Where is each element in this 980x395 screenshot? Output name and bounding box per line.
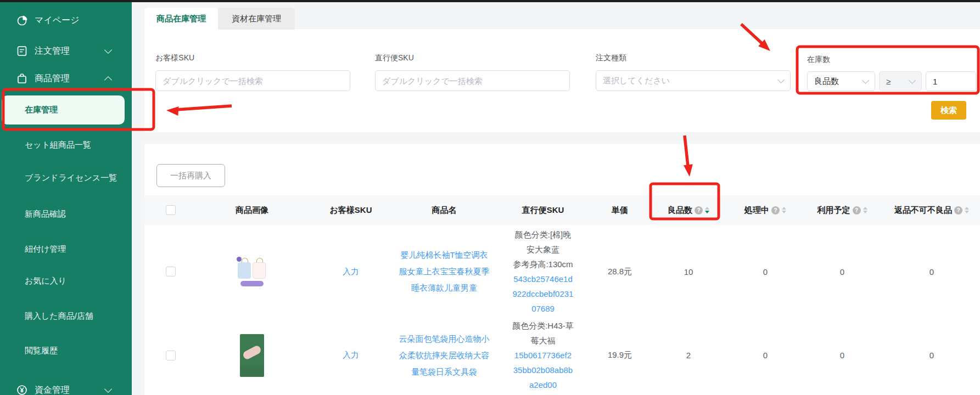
processing-qty-cell: 0	[730, 225, 801, 318]
pie-chart-icon	[16, 14, 28, 26]
stock-metric-select[interactable]: 良品数	[807, 71, 875, 91]
sidebar-item-products[interactable]: 商品管理	[0, 70, 132, 87]
help-icon[interactable]: ?	[771, 206, 780, 215]
sort-control[interactable]	[863, 207, 867, 213]
chevron-down-icon	[909, 77, 916, 84]
input-link-cell: 入力	[307, 318, 395, 392]
sidebar-item-label: 新商品確認	[25, 209, 66, 219]
sidebar-item-new-product-check[interactable]: 新商品確認	[0, 206, 132, 222]
tab-label: 商品在庫管理	[156, 14, 206, 24]
sidebar-item-set-products[interactable]: セット組商品一覧	[0, 137, 132, 153]
sidebar-item-orders[interactable]: 注文管理	[0, 43, 132, 59]
good-qty-cell: 10	[647, 225, 730, 318]
tab-label: 資材在庫管理	[232, 14, 281, 24]
product-name-link[interactable]: 云朵面包笔袋用心造物小众柔软抗摔夹层收纳大容量笔袋日系文具袋	[399, 331, 490, 380]
header-unit-price: 単価	[592, 195, 647, 225]
defective-qty-cell: 0	[883, 225, 980, 318]
sidebar-item-label: ブランドライセンス一覧	[25, 173, 117, 183]
product-image-cell	[197, 318, 307, 392]
sidebar: マイページ 注文管理 商品管理 在庫管理 セット組商品一覧 ブランドライセンス一…	[0, 2, 132, 395]
sku-id-link[interactable]: 543cb25746e1d922dccbebf023107689	[513, 272, 574, 316]
sort-control[interactable]	[782, 207, 786, 213]
chevron-down-icon	[104, 46, 112, 54]
tab-product-inventory[interactable]: 商品在庫管理	[144, 8, 218, 30]
bulk-repurchase-button[interactable]: 一括再購入	[156, 164, 225, 187]
product-image[interactable]	[237, 257, 267, 286]
header-processing: 処理中 ?	[730, 195, 801, 225]
sidebar-item-label: 在庫管理	[25, 105, 58, 115]
sku-attribute: 莓大福	[512, 333, 574, 348]
product-name-cell: 婴儿纯棉长袖T恤空调衣服女童上衣宝宝春秋夏季睡衣薄款儿童男童	[395, 225, 494, 318]
table-row-checkbox	[144, 225, 197, 318]
sort-control[interactable]	[705, 207, 709, 213]
row-checkbox[interactable]	[166, 267, 176, 276]
sidebar-item-label: お気に入り	[25, 276, 66, 286]
sku-id-link[interactable]: 15b0617736ef235bb02b08ab8ba2ed00	[512, 348, 574, 392]
reserved-qty-cell: 0	[801, 318, 883, 392]
chevron-down-icon	[777, 76, 785, 83]
unit-price-cell: 19.9元	[592, 318, 647, 392]
product-image-cell	[197, 225, 307, 318]
product-name-link[interactable]: 婴儿纯棉长袖T恤空调衣服女童上衣宝宝春秋夏季睡衣薄款儿童男童	[399, 247, 490, 296]
order-type-placeholder: 選択してください	[603, 76, 670, 86]
stock-operator-select[interactable]: ≥	[879, 71, 922, 91]
inventory-table: 商品画像 お客様SKU 商品名 直行便SKU 単価 良品数 ? 処理中 ? 利用…	[144, 195, 980, 392]
input-link-cell: 入力	[307, 225, 395, 318]
chokkobin-sku-label: 直行便SKU	[375, 53, 414, 63]
header-product-image: 商品画像	[197, 195, 307, 225]
table-row-checkbox	[144, 318, 197, 392]
sidebar-item-label: 閲覧履歴	[25, 346, 58, 356]
order-type-select[interactable]: 選択してください	[596, 70, 791, 91]
row-checkbox[interactable]	[166, 351, 176, 360]
stock-qty-input[interactable]	[926, 71, 976, 91]
stock-metric-value: 良品数	[814, 76, 839, 87]
inventory-management-page: マイページ 注文管理 商品管理 在庫管理 セット組商品一覧 ブランドライセンス一…	[0, 0, 980, 395]
input-link[interactable]: 入力	[343, 350, 359, 360]
sidebar-item-label: 注文管理	[35, 46, 70, 57]
sidebar-item-inventory-active[interactable]: 在庫管理	[2, 95, 125, 125]
sidebar-item-favorites[interactable]: お気に入り	[0, 273, 132, 289]
header-select-all	[144, 195, 197, 225]
header-product-name: 商品名	[395, 195, 494, 225]
product-name-cell: 云朵面包笔袋用心造物小众柔软抗摔夹层收纳大容量笔袋日系文具袋	[395, 318, 494, 392]
chevron-down-icon	[862, 77, 869, 84]
customer-sku-input[interactable]	[155, 70, 350, 91]
unit-price-cell: 28.8元	[592, 225, 647, 318]
sidebar-item-label: 購入した商品/店舗	[25, 311, 93, 321]
header-chokkobin-sku: 直行便SKU	[494, 195, 592, 225]
product-image[interactable]	[240, 334, 264, 377]
chokkobin-sku-cell: 颜色分类:H43-草 莓大福 15b0617736ef235bb02b08ab8…	[494, 318, 592, 392]
document-icon	[16, 45, 28, 57]
order-type-label: 注文種類	[596, 53, 626, 63]
sidebar-item-label: セット組商品一覧	[25, 140, 91, 150]
top-black-bar	[0, 0, 980, 2]
sidebar-item-mypage[interactable]: マイページ	[0, 12, 132, 29]
input-link[interactable]: 入力	[343, 267, 359, 277]
sidebar-item-brand-license[interactable]: ブランドライセンス一覧	[0, 170, 132, 186]
header-good-qty: 良品数 ?	[647, 195, 730, 225]
defective-qty-cell: 0	[883, 318, 980, 392]
sidebar-item-linking[interactable]: 紐付け管理	[0, 241, 132, 257]
search-button[interactable]: 検索	[931, 101, 966, 120]
chevron-down-icon	[104, 385, 112, 393]
chevron-up-icon	[104, 76, 112, 83]
sku-attribute: 参考身高:130cm	[513, 257, 574, 272]
sidebar-item-purchased[interactable]: 購入した商品/店舗	[0, 308, 132, 324]
shopping-bag-icon	[16, 72, 28, 84]
help-icon[interactable]: ?	[695, 206, 703, 215]
help-icon[interactable]: ?	[954, 206, 962, 215]
sort-control[interactable]	[965, 207, 969, 213]
sku-attribute: 颜色分类:H43-草	[512, 318, 574, 333]
sidebar-item-label: マイページ	[35, 15, 80, 26]
help-icon[interactable]: ?	[853, 206, 861, 215]
sidebar-item-funds[interactable]: 資金管理	[0, 382, 132, 395]
sku-attribute: 安大象蓝	[513, 242, 574, 257]
sku-attribute: 颜色分类:[棉]晚	[513, 227, 574, 242]
sidebar-item-history[interactable]: 閲覧履歴	[0, 342, 132, 359]
customer-sku-label: お客様SKU	[155, 53, 194, 63]
tab-material-inventory[interactable]: 資材在庫管理	[218, 8, 295, 30]
header-reserved: 利用予定 ?	[801, 195, 883, 225]
select-all-checkbox[interactable]	[166, 205, 176, 215]
header-defective: 返品不可不良品 ?	[883, 195, 980, 225]
chokkobin-sku-input[interactable]	[375, 70, 570, 91]
